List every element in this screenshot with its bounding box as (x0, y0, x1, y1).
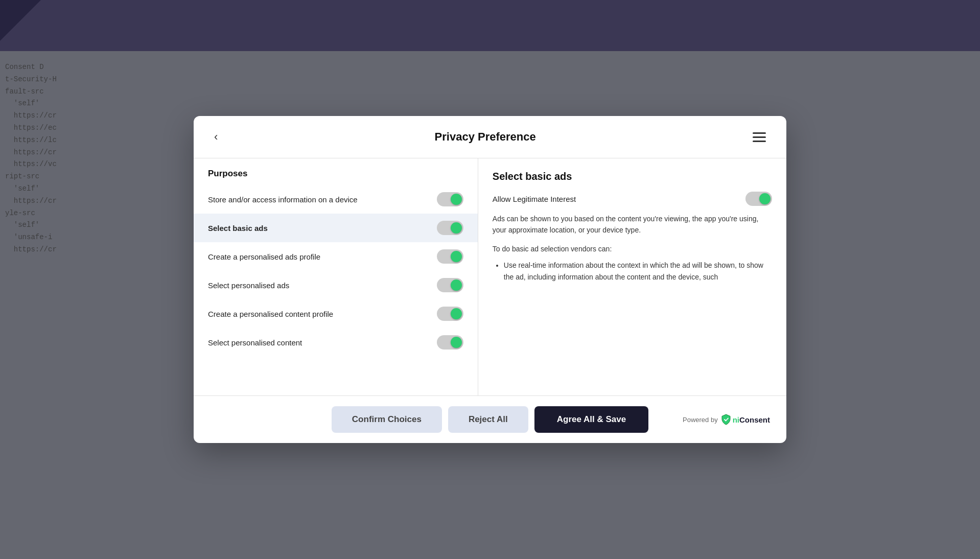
powered-by-label: Powered by (683, 416, 718, 424)
menu-button[interactable] (749, 130, 770, 144)
detail-list: Use real-time information about the cont… (493, 260, 772, 283)
reject-all-button[interactable]: Reject All (448, 406, 528, 433)
modal-title: Privacy Preference (435, 130, 536, 144)
privacy-modal: ‹ Privacy Preference Purposes Store and/… (194, 116, 786, 443)
purpose-item-ads-profile[interactable]: Create a personalised ads profile (194, 242, 478, 271)
agree-all-save-button[interactable]: Agree All & Save (534, 406, 648, 433)
toggle-content-profile[interactable] (437, 307, 463, 321)
toggle-store[interactable] (437, 192, 463, 206)
purpose-item-basic-ads[interactable]: Select basic ads (194, 214, 478, 242)
uniconsent-shield-icon (721, 414, 731, 425)
legitimate-interest-label: Allow Legitimate Interest (493, 195, 576, 203)
toggle-slider-personalised-content (437, 335, 463, 350)
modal-body: Purposes Store and/or access information… (194, 158, 786, 396)
menu-line-1 (753, 132, 766, 134)
left-panel: Purposes Store and/or access information… (194, 158, 478, 395)
powered-by: Powered by niConsent (683, 414, 770, 425)
purpose-item-personalised-ads[interactable]: Select personalised ads (194, 271, 478, 299)
purpose-label-personalised-ads: Select personalised ads (208, 281, 289, 290)
toggle-personalised-content[interactable] (437, 335, 463, 350)
detail-title: Select basic ads (493, 171, 772, 182)
toggle-legitimate-interest[interactable] (745, 192, 772, 206)
detail-description-2: To do basic ad selection vendors can: (493, 243, 772, 254)
uniconsent-brand-name: niConsent (733, 415, 770, 424)
toggle-basic-ads[interactable] (437, 221, 463, 235)
back-button[interactable]: ‹ (210, 128, 222, 146)
purpose-label-personalised-content: Select personalised content (208, 338, 302, 347)
modal-footer: Confirm Choices Reject All Agree All & S… (194, 396, 786, 443)
purpose-item-personalised-content[interactable]: Select personalised content (194, 328, 478, 357)
toggle-slider-personalised-ads (437, 278, 463, 292)
purposes-heading: Purposes (194, 169, 478, 185)
toggle-slider-content-profile (437, 307, 463, 321)
menu-line-3 (753, 141, 766, 142)
legitimate-interest-row: Allow Legitimate Interest (493, 192, 772, 206)
detail-description-1: Ads can be shown to you based on the con… (493, 213, 772, 236)
menu-line-2 (753, 136, 766, 138)
purpose-label-ads-profile: Create a personalised ads profile (208, 252, 320, 261)
footer-inner: Confirm Choices Reject All Agree All & S… (210, 406, 770, 433)
detail-list-item-1: Use real-time information about the cont… (504, 260, 772, 283)
purpose-item-store[interactable]: Store and/or access information on a dev… (194, 185, 478, 214)
modal-header: ‹ Privacy Preference (194, 116, 786, 158)
toggle-slider-ads-profile (437, 249, 463, 264)
toggle-slider-basic-ads (437, 221, 463, 235)
right-panel: Select basic ads Allow Legitimate Intere… (478, 158, 786, 395)
toggle-personalised-ads[interactable] (437, 278, 463, 292)
overlay: ‹ Privacy Preference Purposes Store and/… (0, 0, 980, 559)
toggle-ads-profile[interactable] (437, 249, 463, 264)
purpose-label-basic-ads: Select basic ads (208, 224, 268, 232)
purpose-label-store: Store and/or access information on a dev… (208, 195, 358, 204)
uniconsent-logo: niConsent (721, 414, 770, 425)
confirm-choices-button[interactable]: Confirm Choices (332, 406, 442, 433)
purpose-label-content-profile: Create a personalised content profile (208, 310, 333, 318)
purpose-item-content-profile[interactable]: Create a personalised content profile (194, 299, 478, 328)
toggle-slider-store (437, 192, 463, 206)
toggle-slider-legitimate-interest (745, 192, 772, 206)
